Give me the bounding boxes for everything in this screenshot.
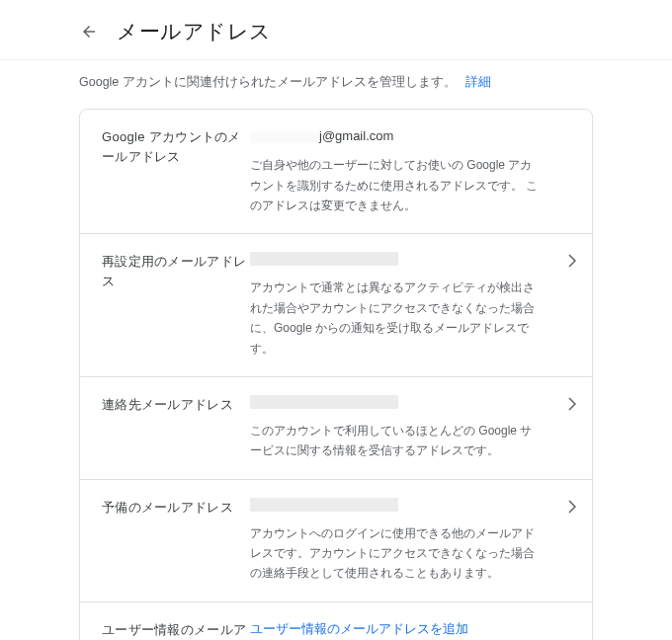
section-label: 連絡先メールアドレス — [102, 395, 250, 461]
chevron-right-icon — [568, 397, 576, 411]
desc-plain: ご自身や他のユーザーに対してお使いの Google アカウントを識別するために使… — [250, 158, 532, 192]
add-about-email-link[interactable]: ユーザー情報のメールアドレスを追加 — [250, 620, 543, 638]
chevron-right-icon — [568, 500, 576, 514]
section-description: このアカウントで利用しているほとんどの Google サービスに関する情報を受信… — [250, 421, 543, 461]
section-description: ご自身や他のユーザーに対してお使いの Google アカウントを識別するために使… — [250, 155, 543, 215]
section-description: アカウントで通常とは異なるアクティビティが検出された場合やアカウントにアクセスで… — [250, 278, 543, 359]
page-subtitle: Google アカントに関連付けられたメールアドレスを管理します。 詳細 — [0, 60, 672, 109]
subtitle-text: Google アカントに関連付けられたメールアドレスを管理します。 — [79, 75, 457, 89]
section-recovery-email[interactable]: 再設定用のメールアドレス アカウントで通常とは異なるアクティビティが検出された場… — [80, 233, 592, 376]
redacted-value — [250, 498, 398, 512]
section-label: Google アカウントのメールアドレス — [102, 127, 250, 215]
section-description: アカウントへのログインに使用できる他のメールアドレスです。アカウントにアクセスで… — [250, 523, 543, 584]
section-label: 再設定用のメールアドレス — [102, 252, 250, 359]
account-email-suffix: j@gmail.com — [319, 128, 393, 143]
section-label: 予備のメールアドレス — [102, 498, 250, 584]
redacted-area — [250, 131, 319, 143]
redacted-value — [250, 395, 398, 409]
section-account-email: Google アカウントのメールアドレス j@gmail.com ご自身や他のユ… — [80, 110, 592, 233]
redacted-value — [250, 252, 398, 266]
back-icon[interactable] — [79, 22, 99, 41]
section-label: ユーザー情報のメールアドレス — [102, 620, 250, 640]
chevron-right-icon — [568, 254, 576, 268]
subtitle-link[interactable]: 詳細 — [465, 75, 491, 89]
section-backup-email[interactable]: 予備のメールアドレス アカウントへのログインに使用できる他のメールアドレスです。… — [80, 479, 592, 601]
email-sections-card: Google アカウントのメールアドレス j@gmail.com ご自身や他のユ… — [79, 109, 593, 640]
section-contact-email[interactable]: 連絡先メールアドレス このアカウントで利用しているほとんどの Google サー… — [80, 376, 592, 479]
page-title: メールアドレス — [117, 18, 272, 45]
account-email-value: j@gmail.com — [250, 127, 543, 145]
section-about-email: ユーザー情報のメールアドレス ユーザー情報のメールアドレスを追加 ドライブ、フォ… — [80, 601, 592, 640]
